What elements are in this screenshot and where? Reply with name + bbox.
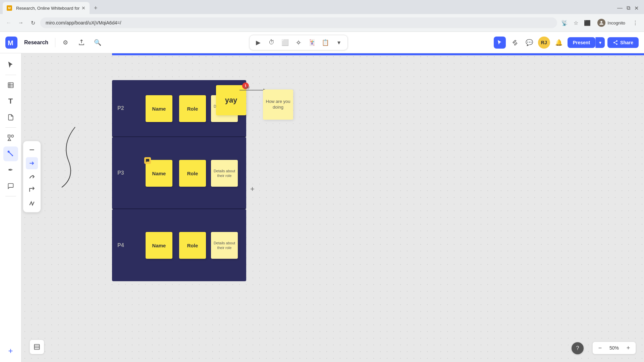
forward-button[interactable]: → xyxy=(16,18,25,27)
canvas-add-button[interactable]: + xyxy=(250,185,255,193)
toolbar-forward-button[interactable]: ▶ xyxy=(252,37,264,49)
zoom-level-display: 50% xyxy=(607,345,621,351)
yay-sticky-note[interactable]: yay 1 xyxy=(216,85,246,115)
cards-button[interactable]: 🃏 xyxy=(306,37,318,49)
p4-detail-sticky[interactable]: Details about their role xyxy=(211,232,238,259)
select-cursor-tool[interactable] xyxy=(3,57,18,72)
p3-name-sticky[interactable]: Name xyxy=(146,160,172,187)
comment-button[interactable]: 💬 xyxy=(523,37,535,49)
zoom-out-button[interactable]: − xyxy=(595,343,605,353)
p3-name-text: Name xyxy=(152,171,166,176)
tab-favicon: M xyxy=(7,5,12,11)
incognito-label: Incognito xyxy=(607,20,625,25)
svg-rect-18 xyxy=(35,345,40,350)
p3-role-text: Role xyxy=(187,171,198,176)
miro-topbar: M Research ⚙ 🔍 ▶ ⏱ ⬜ 🃏 📋 ▾ xyxy=(0,32,644,53)
toolbar-divider-2 xyxy=(5,127,16,128)
svg-rect-7 xyxy=(8,135,10,137)
restore-button[interactable]: ⧉ xyxy=(627,5,630,11)
p3-detail-sticky[interactable]: Details about their role xyxy=(211,160,238,187)
user-avatar[interactable]: RJ xyxy=(538,37,550,49)
elbow-connector-tool[interactable] xyxy=(26,184,38,196)
zigzag-connector-tool[interactable] xyxy=(26,197,38,209)
sticky-note-tool[interactable] xyxy=(3,110,18,125)
p4-role-sticky[interactable]: Role xyxy=(179,232,206,259)
frame-p4[interactable]: P4 Name Role Details about their role xyxy=(112,209,246,281)
incognito-avatar xyxy=(597,19,605,27)
shape-tool[interactable] xyxy=(3,130,18,145)
close-button[interactable]: ✕ xyxy=(634,5,639,11)
connector-tool[interactable] xyxy=(3,146,18,161)
timer-button[interactable]: ⏱ xyxy=(266,37,278,49)
search-button[interactable]: 🔍 xyxy=(92,37,104,49)
p3-comment-icon[interactable] xyxy=(144,157,151,164)
p2-role-text: Role xyxy=(187,106,198,112)
board-name[interactable]: Research xyxy=(21,38,51,47)
profile-button[interactable]: ⬛ xyxy=(583,18,592,27)
frame-p3[interactable]: P3 Name Role Details about their role xyxy=(112,137,246,209)
text-tool[interactable]: T xyxy=(3,94,18,109)
bookmark-button[interactable]: ☆ xyxy=(571,18,581,27)
pen-tool[interactable]: ✒ xyxy=(3,163,18,177)
settings-button[interactable]: ⚙ xyxy=(59,37,71,49)
connector-sub-toolbar xyxy=(23,141,41,213)
zoom-in-button[interactable]: + xyxy=(624,343,633,353)
p3-role-sticky[interactable]: Role xyxy=(179,160,206,187)
toolbar-divider-3 xyxy=(5,196,16,196)
present-dropdown-button[interactable]: ▾ xyxy=(595,37,605,48)
p4-role-text: Role xyxy=(187,243,198,248)
notes-button[interactable]: 📋 xyxy=(319,37,331,49)
incognito-button[interactable]: Incognito xyxy=(594,17,629,28)
share-button[interactable]: Share xyxy=(607,37,639,48)
topbar-right: 💬 RJ 🔔 Present ▾ Share xyxy=(494,37,639,49)
canvas-drawing xyxy=(55,124,109,191)
present-button[interactable]: Present xyxy=(568,37,595,48)
present-label: Present xyxy=(573,40,590,45)
tab-close-button[interactable]: ✕ xyxy=(82,5,86,11)
back-button[interactable]: ← xyxy=(4,18,13,27)
pen-tool-button[interactable] xyxy=(508,37,521,49)
help-button[interactable]: ? xyxy=(572,342,584,354)
browser-controls: ← → ↻ 📡 ☆ ⬛ Incognito ⋮ xyxy=(0,14,644,32)
how-are-you-sticky[interactable]: How are you doing xyxy=(263,89,293,120)
browser-chrome: M Research, Online Whiteboard for ✕ + — … xyxy=(0,0,644,32)
arrow-tool[interactable] xyxy=(26,157,38,169)
select-tool-button[interactable] xyxy=(494,37,506,49)
tab-bar: M Research, Online Whiteboard for ✕ + — … xyxy=(0,0,644,14)
frame-p2-label: P2 xyxy=(117,105,124,111)
how-are-you-text: How are you doing xyxy=(266,99,290,110)
reload-button[interactable]: ↻ xyxy=(28,18,38,27)
zoom-out-icon: − xyxy=(598,345,602,352)
panels-button[interactable] xyxy=(30,340,44,354)
export-button[interactable] xyxy=(75,37,88,49)
cast-button[interactable]: 📡 xyxy=(560,18,569,27)
zoom-controls: − 50% + xyxy=(592,342,636,354)
active-tab[interactable]: M Research, Online Whiteboard for ✕ xyxy=(3,2,90,14)
curved-arrow-tool[interactable] xyxy=(26,171,38,183)
minimize-button[interactable]: — xyxy=(617,5,623,11)
miro-app: M Research ⚙ 🔍 ▶ ⏱ ⬜ 🃏 📋 ▾ xyxy=(0,32,644,362)
frames-button[interactable]: ⬜ xyxy=(279,37,291,49)
address-bar[interactable] xyxy=(40,17,557,28)
svg-rect-3 xyxy=(8,83,13,88)
capture-button[interactable] xyxy=(292,37,305,49)
svg-marker-9 xyxy=(8,138,10,141)
more-button[interactable]: ⋮ xyxy=(631,18,640,27)
p4-name-text: Name xyxy=(152,243,166,248)
canvas-area[interactable]: P2 Name Role Details about their role P3 xyxy=(21,53,644,362)
left-toolbar: T ✒ + xyxy=(0,53,21,362)
more-toolbar-button[interactable]: ▾ xyxy=(333,37,345,49)
p4-name-sticky[interactable]: Name xyxy=(146,232,172,259)
p2-name-sticky[interactable]: Name xyxy=(146,95,172,122)
add-tool[interactable]: + xyxy=(3,344,18,358)
zoom-in-icon: + xyxy=(627,345,630,352)
browser-actions: 📡 ☆ ⬛ Incognito ⋮ xyxy=(560,17,640,28)
share-label: Share xyxy=(620,40,633,45)
comment-tool[interactable] xyxy=(3,179,18,193)
straight-line-tool[interactable] xyxy=(26,144,38,156)
toolbar-divider-1 xyxy=(5,75,16,75)
new-tab-button[interactable]: + xyxy=(91,3,100,13)
p2-role-sticky[interactable]: Role xyxy=(179,95,206,122)
table-tool[interactable] xyxy=(3,78,18,93)
notification-button[interactable]: 🔔 xyxy=(553,37,565,49)
